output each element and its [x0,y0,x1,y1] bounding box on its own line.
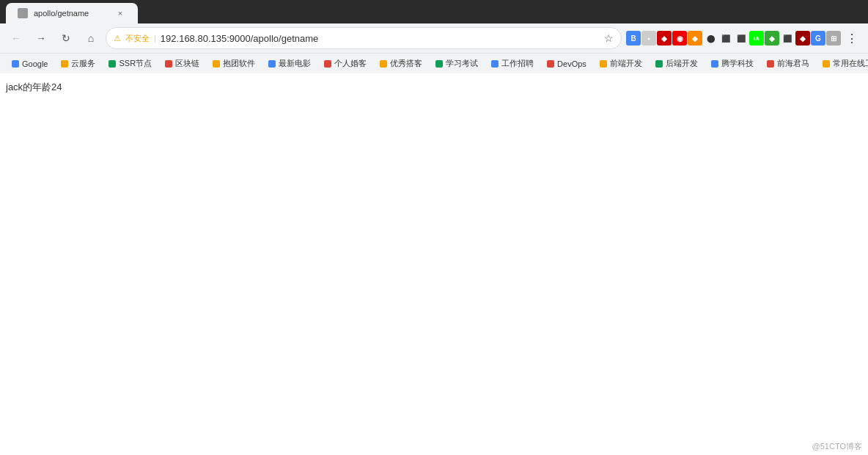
forward-icon: → [36,32,46,44]
bookmark-frontend-label: 前端开发 [610,58,642,69]
bookmark-software-label: 抱团软件 [223,58,255,69]
bookmark-google[interactable]: Google [6,57,54,70]
bookmark-qianhai-label: 前海君马 [777,58,809,69]
back-icon: ← [11,32,21,44]
bookmark-jobs-icon [491,60,499,68]
bookmark-movies[interactable]: 最新电影 [262,56,317,71]
bookmark-star-icon[interactable]: ☆ [604,32,614,44]
bookmarks-bar: Google 云服务 SSR节点 区块链 抱团软件 最新电影 个人婚客 优秀搭 [0,53,868,73]
browser-chrome: apollo/getname × ← → ↻ ⌂ ⚠ 不安全 | 192.168… [0,0,868,73]
bookmark-tencent[interactable]: 腾学科技 [705,56,760,71]
bookmark-devops[interactable]: DevOps [541,57,592,70]
ext-icon-7[interactable]: ⬛ [718,31,733,46]
tab-close-button[interactable]: × [114,7,126,19]
ext-icon-10[interactable]: ◆ [765,31,779,46]
bookmark-devops-label: DevOps [557,59,586,68]
extension-icons: B ▪ ◆ ◉ ◆ ⬤ ⬛ ⬛ IA ◆ ⬛ ◆ G ⊞ ⋮ [626,28,862,48]
bookmark-tencent-icon [711,60,718,68]
ext-icon-14[interactable]: ⊞ [826,31,841,46]
bookmark-cloud-label: 云服务 [71,58,95,69]
bookmark-wedding-icon [324,60,331,68]
bookmark-blockchain-icon [165,60,172,68]
bookmark-backend-label: 后端开发 [666,58,698,69]
bookmark-ssr[interactable]: SSR节点 [103,56,158,71]
bookmark-online-tools-icon [823,60,830,68]
bookmark-wedding-label: 个人婚客 [334,58,367,69]
home-button[interactable]: ⌂ [81,28,101,48]
bookmark-movies-label: 最新电影 [279,58,311,69]
security-text: 不安全 [125,33,150,44]
tab-label: apollo/getname [34,9,108,18]
bookmark-online-tools-label: 常用在线工具 [833,58,868,69]
tab-bar: apollo/getname × [0,0,868,23]
bookmark-blockchain-label: 区块链 [175,58,199,69]
ext-icon-1[interactable]: B [626,31,641,46]
ext-icon-6[interactable]: ⬤ [703,31,718,46]
bookmark-cloud-icon [61,60,68,68]
bookmark-google-label: Google [22,59,48,68]
bookmark-exam[interactable]: 学习考试 [430,56,484,71]
bookmark-ssr-icon [108,60,116,68]
active-tab[interactable]: apollo/getname × [6,3,138,23]
bookmark-frontend[interactable]: 前端开发 [594,56,648,71]
address-bar[interactable]: ⚠ 不安全 | 192.168.80.135:9000/apollo/getna… [106,27,622,49]
address-text[interactable]: 192.168.80.135:9000/apollo/getname [161,33,600,44]
back-button[interactable]: ← [6,28,26,48]
ext-icon-9[interactable]: IA [749,31,764,46]
bookmark-jobs[interactable]: 工作招聘 [485,56,540,71]
bookmark-devops-icon [547,60,554,68]
home-icon: ⌂ [88,32,94,44]
ext-icon-4[interactable]: ◉ [672,31,687,46]
bookmark-software[interactable]: 抱团软件 [207,56,261,71]
ext-icon-3[interactable]: ◆ [657,31,672,46]
separator: | [154,34,156,43]
bookmark-cloud[interactable]: 云服务 [55,56,101,71]
bookmark-tencent-label: 腾学科技 [721,58,754,69]
page-content: jack的年龄24 @51CTO博客 [0,73,868,455]
bookmark-ssr-label: SSR节点 [119,58,152,69]
reload-icon: ↻ [62,32,70,44]
bookmark-software-icon [213,60,220,68]
security-icon: ⚠ [114,34,121,43]
bookmark-frontend-icon [600,60,607,68]
bookmark-excellent-label: 优秀搭客 [390,58,422,69]
ext-icon-12[interactable]: ◆ [795,31,810,46]
bookmark-excellent[interactable]: 优秀搭客 [374,56,428,71]
bookmark-movies-icon [268,60,276,68]
nav-bar: ← → ↻ ⌂ ⚠ 不安全 | 192.168.80.135:9000/apol… [0,23,868,53]
ext-icon-8[interactable]: ⬛ [734,31,749,46]
bookmark-exam-label: 学习考试 [446,58,478,69]
bookmark-backend-icon [655,60,663,68]
forward-button[interactable]: → [31,28,51,48]
bookmark-google-icon [12,60,19,68]
tab-favicon [18,8,28,18]
ext-icon-2[interactable]: ▪ [641,31,656,46]
bookmark-excellent-icon [380,60,387,68]
bookmark-wedding[interactable]: 个人婚客 [318,56,372,71]
bookmark-backend[interactable]: 后端开发 [650,56,704,71]
bookmark-jobs-label: 工作招聘 [501,58,534,69]
bookmark-exam-icon [435,60,443,68]
reload-button[interactable]: ↻ [56,28,76,48]
bookmark-qianhai-icon [767,60,774,68]
menu-button[interactable]: ⋮ [842,28,862,48]
page-body-text: jack的年龄24 [6,81,62,92]
ext-icon-13[interactable]: G [811,31,825,46]
ext-icon-11[interactable]: ⬛ [780,31,795,46]
bookmark-qianhai[interactable]: 前海君马 [761,56,815,71]
bookmark-blockchain[interactable]: 区块链 [159,56,205,71]
ext-icon-5[interactable]: ◆ [688,31,702,46]
watermark: @51CTO博客 [812,441,862,452]
bookmark-online-tools[interactable]: 常用在线工具 [817,56,868,71]
